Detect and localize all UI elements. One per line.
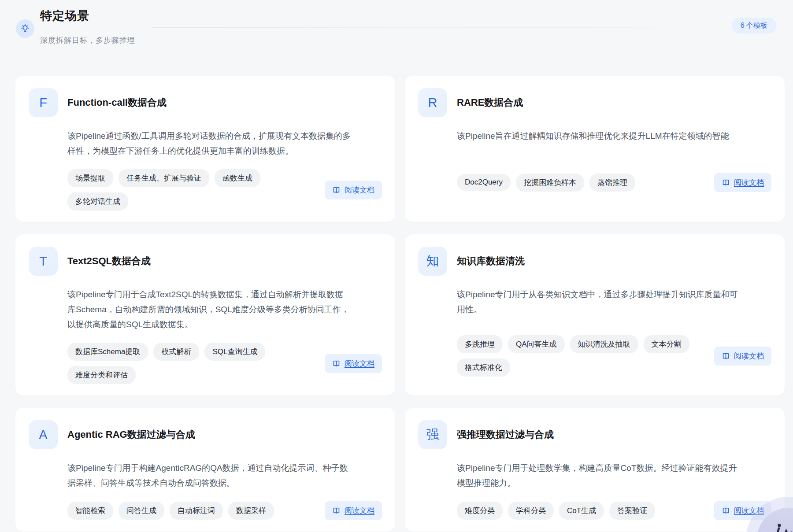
tag-pill: Doc2Query bbox=[457, 174, 511, 191]
tag-pill: SQL查询生成 bbox=[204, 343, 265, 361]
card-header: 强 强推理数据过滤与合成 bbox=[418, 420, 771, 449]
card-body: 该Pipeline旨在通过解耦知识存储和推理优化来提升LLM在特定领域的智能 D… bbox=[457, 129, 771, 211]
card-description: 该Pipeline通过函数/工具调用多轮对话数据的合成，扩展现有文本数据集的多样… bbox=[67, 129, 352, 159]
page-subtitle: 深度拆解目标，多步骤推理 bbox=[40, 35, 135, 45]
card-body: 该Pipeline专门用于处理数学集，构建高质量CoT数据。经过验证能有效提升模… bbox=[457, 461, 771, 520]
card-header: T Text2SQL数据合成 bbox=[29, 247, 382, 276]
card-header: F Function-call数据合成 bbox=[29, 88, 382, 117]
tag-pill: 场景提取 bbox=[67, 169, 113, 187]
tag-pill: 任务生成、扩展与验证 bbox=[119, 169, 209, 187]
page-title: 特定场景 bbox=[40, 8, 89, 24]
card-avatar: F bbox=[29, 88, 58, 117]
tag-pill: 多轮对话生成 bbox=[67, 192, 128, 211]
read-docs-button[interactable]: 阅读文档 bbox=[714, 347, 771, 366]
book-icon bbox=[722, 178, 730, 187]
read-docs-label: 阅读文档 bbox=[734, 351, 764, 361]
template-count-badge: 6 个模板 bbox=[732, 18, 776, 33]
card-body: 该Pipeline专门用于合成Text2SQL的转换数据集，通过自动解析并提取数… bbox=[67, 287, 382, 384]
tag-pill: 问答生成 bbox=[119, 502, 164, 520]
card-rare[interactable]: R RARE数据合成 该Pipeline旨在通过解耦知识存储和推理优化来提升LL… bbox=[405, 76, 785, 222]
read-docs-button[interactable]: 阅读文档 bbox=[325, 181, 382, 200]
read-docs-label: 阅读文档 bbox=[345, 185, 374, 195]
card-avatar: T bbox=[29, 247, 58, 276]
tag-pill: 蒸馏推理 bbox=[589, 174, 635, 192]
tag-pill: 格式标准化 bbox=[457, 358, 510, 377]
card-agentic-rag[interactable]: A Agentic RAG数据过滤与合成 该Pipeline专门用于构建Agen… bbox=[15, 408, 395, 532]
card-header: R RARE数据合成 bbox=[418, 88, 771, 117]
card-body: 该Pipeline专门用于构建AgenticRAG的QA数据，通过自动化提示词、… bbox=[67, 461, 382, 520]
card-footer: 多跳推理QA问答生成知识清洗及抽取文本分割格式标准化 阅读文档 bbox=[457, 328, 771, 384]
card-title: Function-call数据合成 bbox=[67, 96, 167, 109]
card-title: 知识库数据清洗 bbox=[457, 255, 525, 268]
book-icon bbox=[722, 506, 730, 515]
card-avatar: 强 bbox=[418, 420, 447, 449]
card-footer: Doc2Query挖掘困难负样本蒸馏推理 阅读文档 bbox=[457, 154, 771, 211]
card-title: RARE数据合成 bbox=[457, 96, 523, 109]
card-description: 该Pipeline专门用于合成Text2SQL的转换数据集，通过自动解析并提取数… bbox=[67, 287, 352, 332]
tag-list: 智能检索问答生成自动标注词数据采样 bbox=[67, 502, 316, 520]
card-footer: 难度分类学科分类CoT生成答案验证 阅读文档 bbox=[457, 501, 771, 520]
tag-pill: 数据库Schema提取 bbox=[67, 343, 148, 361]
card-function-call[interactable]: F Function-call数据合成 该Pipeline通过函数/工具调用多轮… bbox=[15, 76, 395, 222]
tag-pill: CoT生成 bbox=[559, 502, 604, 520]
pipeline-templates-page: { "header": { "title": "特定场景", "subtitle… bbox=[0, 0, 793, 532]
book-icon bbox=[332, 506, 341, 515]
book-icon bbox=[722, 352, 730, 360]
tag-pill: 函数生成 bbox=[215, 169, 260, 187]
card-header: A Agentic RAG数据过滤与合成 bbox=[29, 420, 382, 449]
template-card-grid: F Function-call数据合成 该Pipeline通过函数/工具调用多轮… bbox=[15, 76, 785, 532]
tag-pill: 自动标注词 bbox=[170, 502, 223, 520]
tag-pill: 答案验证 bbox=[609, 502, 655, 520]
tag-pill: 数据采样 bbox=[228, 502, 274, 520]
card-title: Agentic RAG数据过滤与合成 bbox=[67, 428, 195, 441]
tag-pill: 挖掘困难负样本 bbox=[516, 174, 584, 192]
read-docs-label: 阅读文档 bbox=[345, 358, 374, 369]
tag-list: Doc2Query挖掘困难负样本蒸馏推理 bbox=[457, 174, 705, 192]
card-footer: 智能检索问答生成自动标注词数据采样 阅读文档 bbox=[67, 501, 382, 520]
read-docs-button[interactable]: 阅读文档 bbox=[325, 501, 382, 520]
read-docs-button[interactable]: 阅读文档 bbox=[714, 173, 771, 192]
lightbulb-icon bbox=[16, 19, 34, 38]
tag-list: 场景提取任务生成、扩展与验证函数生成多轮对话生成 bbox=[67, 169, 316, 211]
book-icon bbox=[332, 186, 341, 194]
header-divider bbox=[152, 27, 687, 28]
card-avatar: A bbox=[29, 420, 58, 449]
card-header: 知 知识库数据清洗 bbox=[418, 247, 771, 276]
tag-list: 难度分类学科分类CoT生成答案验证 bbox=[457, 502, 705, 520]
tag-list: 多跳推理QA问答生成知识清洗及抽取文本分割格式标准化 bbox=[457, 335, 705, 377]
tag-pill: 智能检索 bbox=[67, 502, 113, 520]
card-description: 该Pipeline旨在通过解耦知识存储和推理优化来提升LLM在特定领域的智能 bbox=[457, 129, 741, 144]
tag-pill: 知识清洗及抽取 bbox=[570, 335, 638, 353]
tag-pill: QA问答生成 bbox=[508, 335, 565, 353]
card-footer: 场景提取任务生成、扩展与验证函数生成多轮对话生成 阅读文档 bbox=[67, 169, 382, 211]
tag-pill: 难度分类 bbox=[457, 502, 503, 520]
robot-face-icon bbox=[768, 519, 793, 532]
card-strong-reasoning[interactable]: 强 强推理数据过滤与合成 该Pipeline专门用于处理数学集，构建高质量CoT… bbox=[405, 408, 785, 532]
card-description: 该Pipeline专门用于从各类知识文档中，通过多步骤处理提升知识库质量和可用性… bbox=[457, 287, 741, 317]
tag-pill: 多跳推理 bbox=[457, 335, 503, 353]
card-body: 该Pipeline专门用于从各类知识文档中，通过多步骤处理提升知识库质量和可用性… bbox=[457, 287, 771, 384]
card-avatar: 知 bbox=[418, 247, 447, 276]
card-avatar: R bbox=[418, 88, 447, 117]
read-docs-label: 阅读文档 bbox=[734, 177, 764, 188]
card-title: Text2SQL数据合成 bbox=[67, 255, 151, 268]
card-description: 该Pipeline专门用于构建AgenticRAG的QA数据，通过自动化提示词、… bbox=[67, 461, 352, 491]
tag-pill: 文本分割 bbox=[644, 335, 689, 353]
card-knowledge-base[interactable]: 知 知识库数据清洗 该Pipeline专门用于从各类知识文档中，通过多步骤处理提… bbox=[405, 234, 785, 395]
tag-list: 数据库Schema提取模式解析SQL查询生成难度分类和评估 bbox=[67, 343, 316, 384]
card-text2sql[interactable]: T Text2SQL数据合成 该Pipeline专门用于合成Text2SQL的转… bbox=[15, 234, 395, 395]
tag-pill: 学科分类 bbox=[508, 502, 554, 520]
read-docs-button[interactable]: 阅读文档 bbox=[325, 354, 382, 373]
tag-pill: 难度分类和评估 bbox=[67, 366, 136, 384]
read-docs-label: 阅读文档 bbox=[345, 506, 374, 516]
card-footer: 数据库Schema提取模式解析SQL查询生成难度分类和评估 阅读文档 bbox=[67, 343, 382, 384]
tag-pill: 模式解析 bbox=[153, 343, 199, 361]
card-title: 强推理数据过滤与合成 bbox=[457, 428, 554, 441]
card-description: 该Pipeline专门用于处理数学集，构建高质量CoT数据。经过验证能有效提升模… bbox=[457, 461, 741, 491]
page-header: 特定场景 深度拆解目标，多步骤推理 6 个模板 bbox=[0, 0, 793, 62]
card-body: 该Pipeline通过函数/工具调用多轮对话数据的合成，扩展现有文本数据集的多样… bbox=[67, 129, 382, 211]
book-icon bbox=[332, 359, 341, 368]
